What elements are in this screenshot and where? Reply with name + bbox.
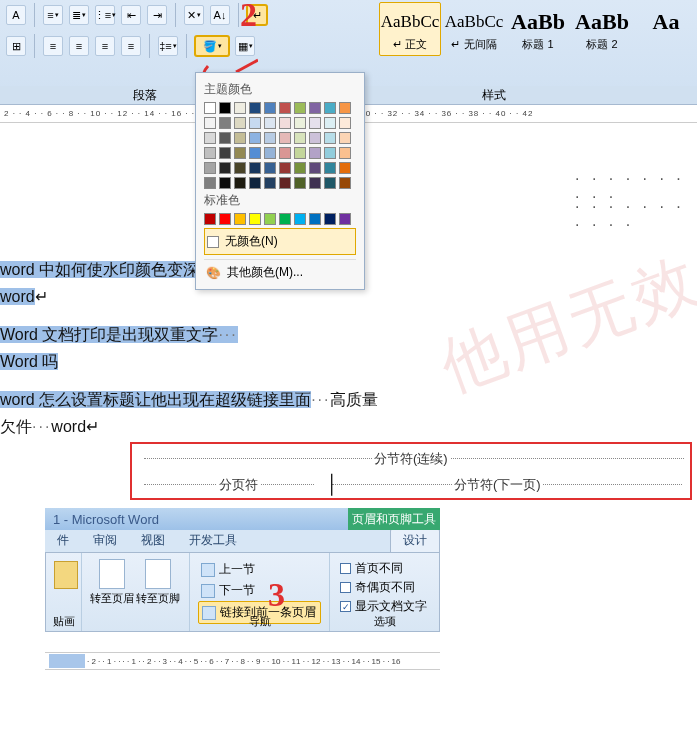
more-colors-item[interactable]: 🎨 其他颜色(M)... xyxy=(204,259,356,285)
multilevel-icon[interactable]: ⋮≡▾ xyxy=(95,5,115,25)
color-swatch[interactable] xyxy=(294,213,306,225)
color-swatch[interactable] xyxy=(294,132,306,144)
color-swatch[interactable] xyxy=(279,162,291,174)
color-swatch[interactable] xyxy=(279,132,291,144)
color-swatch[interactable] xyxy=(264,117,276,129)
color-swatch[interactable] xyxy=(219,162,231,174)
horizontal-ruler-2[interactable]: · 2 · · 1 · · · · 1 · · 2 · · 3 · · 4 · … xyxy=(45,652,440,670)
text-box-a-icon[interactable]: A xyxy=(6,5,26,25)
align-right-icon[interactable]: ≡ xyxy=(95,36,115,56)
doc-line-4[interactable]: Word 吗 xyxy=(0,347,560,377)
color-swatch[interactable] xyxy=(234,102,246,114)
color-swatch[interactable] xyxy=(279,102,291,114)
tab-design[interactable]: 设计 xyxy=(390,528,440,552)
color-swatch[interactable] xyxy=(309,177,321,189)
inc-indent-icon[interactable]: ⇥ xyxy=(147,5,167,25)
show-marks-icon[interactable]: ↵ xyxy=(247,5,267,25)
numbering-icon[interactable]: ≣▾ xyxy=(69,5,89,25)
next-section-button[interactable]: 下一节 xyxy=(198,580,321,601)
color-swatch[interactable] xyxy=(309,162,321,174)
color-swatch[interactable] xyxy=(204,162,216,174)
justify-icon[interactable]: ≡ xyxy=(121,36,141,56)
color-swatch[interactable] xyxy=(204,213,216,225)
style-heading2[interactable]: AaBb 标题 2 xyxy=(571,2,633,56)
color-swatch[interactable] xyxy=(219,147,231,159)
borders-icon[interactable]: ▦▾ xyxy=(235,36,255,56)
color-swatch[interactable] xyxy=(249,162,261,174)
color-swatch[interactable] xyxy=(339,162,351,174)
color-swatch[interactable] xyxy=(234,177,246,189)
color-swatch[interactable] xyxy=(264,162,276,174)
align-left-icon[interactable]: ≡ xyxy=(43,36,63,56)
color-swatch[interactable] xyxy=(324,132,336,144)
color-swatch[interactable] xyxy=(324,162,336,174)
goto-footer-button[interactable]: 转至页脚 xyxy=(136,559,180,625)
color-swatch[interactable] xyxy=(279,147,291,159)
color-swatch[interactable] xyxy=(219,177,231,189)
tab-file[interactable]: 件 xyxy=(45,529,81,552)
color-swatch[interactable] xyxy=(339,213,351,225)
color-swatch[interactable] xyxy=(264,102,276,114)
color-swatch[interactable] xyxy=(339,177,351,189)
dec-indent-icon[interactable]: ⇤ xyxy=(121,5,141,25)
color-swatch[interactable] xyxy=(219,132,231,144)
color-swatch[interactable] xyxy=(249,117,261,129)
clipart-icon[interactable] xyxy=(54,561,78,589)
line-spacing-icon[interactable]: ‡≡▾ xyxy=(158,36,178,56)
color-swatch[interactable] xyxy=(249,132,261,144)
color-swatch[interactable] xyxy=(339,102,351,114)
prev-section-button[interactable]: 上一节 xyxy=(198,559,321,580)
color-swatch[interactable] xyxy=(279,177,291,189)
style-normal[interactable]: AaBbCc ↵ 正文 xyxy=(379,2,441,56)
chk-first-different[interactable]: 首页不同 xyxy=(338,559,431,578)
color-swatch[interactable] xyxy=(204,117,216,129)
color-swatch[interactable] xyxy=(249,177,261,189)
color-swatch[interactable] xyxy=(324,213,336,225)
style-heading1[interactable]: AaBb 标题 1 xyxy=(507,2,569,56)
color-swatch[interactable] xyxy=(234,147,246,159)
color-swatch[interactable] xyxy=(204,132,216,144)
color-swatch[interactable] xyxy=(294,162,306,174)
color-swatch[interactable] xyxy=(309,102,321,114)
goto-header-button[interactable]: 转至页眉 xyxy=(90,559,134,625)
color-swatch[interactable] xyxy=(249,213,261,225)
color-swatch[interactable] xyxy=(234,162,246,174)
color-swatch[interactable] xyxy=(204,177,216,189)
color-swatch[interactable] xyxy=(339,132,351,144)
color-swatch[interactable] xyxy=(264,177,276,189)
sort-icon[interactable]: A↓ xyxy=(210,5,230,25)
clear-formatting-icon[interactable]: ✕▾ xyxy=(184,5,204,25)
color-swatch[interactable] xyxy=(294,147,306,159)
color-swatch[interactable] xyxy=(309,132,321,144)
color-swatch[interactable] xyxy=(234,213,246,225)
color-swatch[interactable] xyxy=(324,102,336,114)
color-swatch[interactable] xyxy=(294,102,306,114)
tabs-icon[interactable]: ⊞ xyxy=(6,36,26,56)
color-swatch[interactable] xyxy=(264,213,276,225)
style-no-spacing[interactable]: AaBbCc ↵ 无间隔 xyxy=(443,2,505,56)
no-color-item[interactable]: 无颜色(N) xyxy=(204,228,356,255)
doc-line-3[interactable]: Word 文档打印是出现双重文字··· xyxy=(0,320,560,350)
color-swatch[interactable] xyxy=(324,117,336,129)
color-swatch[interactable] xyxy=(249,102,261,114)
color-swatch[interactable] xyxy=(264,132,276,144)
color-swatch[interactable] xyxy=(324,147,336,159)
color-swatch[interactable] xyxy=(204,147,216,159)
color-swatch[interactable] xyxy=(339,147,351,159)
chk-odd-even[interactable]: 奇偶页不同 xyxy=(338,578,431,597)
color-swatch[interactable] xyxy=(339,117,351,129)
color-swatch[interactable] xyxy=(309,213,321,225)
color-swatch[interactable] xyxy=(294,177,306,189)
color-swatch[interactable] xyxy=(249,147,261,159)
bullets-icon[interactable]: ≡▾ xyxy=(43,5,63,25)
tab-view[interactable]: 视图 xyxy=(129,529,177,552)
color-swatch[interactable] xyxy=(324,177,336,189)
tab-devtools[interactable]: 开发工具 xyxy=(177,529,249,552)
color-swatch[interactable] xyxy=(219,213,231,225)
color-swatch[interactable] xyxy=(204,102,216,114)
color-swatch[interactable] xyxy=(309,147,321,159)
color-swatch[interactable] xyxy=(219,117,231,129)
color-swatch[interactable] xyxy=(279,213,291,225)
color-swatch[interactable] xyxy=(294,117,306,129)
shading-button[interactable]: 🪣▾ xyxy=(195,36,229,56)
